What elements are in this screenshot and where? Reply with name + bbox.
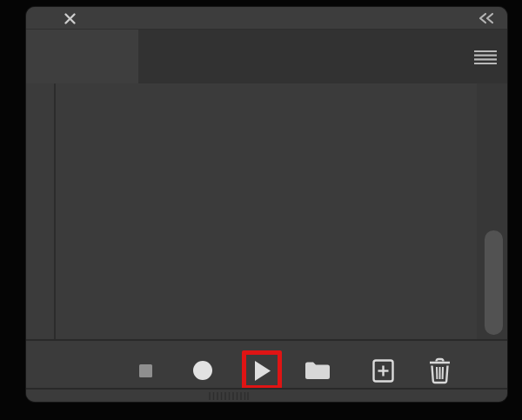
- panel-menu-icon[interactable]: [473, 49, 498, 66]
- collapse-panel-icon[interactable]: [477, 11, 496, 25]
- delete-button[interactable]: [422, 353, 457, 388]
- panel-header-strip: [26, 7, 507, 30]
- plus-square-icon: [372, 359, 394, 383]
- trash-icon: [428, 357, 452, 384]
- panel-footer: [26, 388, 507, 402]
- record-button[interactable]: [185, 353, 220, 388]
- folder-icon: [304, 361, 331, 380]
- close-icon[interactable]: [63, 11, 77, 25]
- stop-square-icon: [139, 364, 152, 377]
- panel-resize-grip[interactable]: [209, 392, 249, 400]
- scrollbar-track[interactable]: [477, 83, 507, 339]
- action-list: [26, 83, 507, 339]
- play-button[interactable]: [244, 353, 279, 388]
- tab-actions[interactable]: [26, 30, 138, 83]
- record-circle-icon: [193, 361, 212, 380]
- actions-panel: [26, 7, 507, 402]
- stop-button[interactable]: [128, 353, 163, 388]
- bottom-toolbar: [26, 339, 507, 388]
- play-triangle-icon: [252, 359, 272, 383]
- check-column-divider: [54, 83, 56, 339]
- scrollbar-thumb[interactable]: [485, 230, 503, 335]
- new-action-button[interactable]: [365, 353, 400, 388]
- new-set-button[interactable]: [300, 353, 335, 388]
- tab-bar: [26, 30, 507, 83]
